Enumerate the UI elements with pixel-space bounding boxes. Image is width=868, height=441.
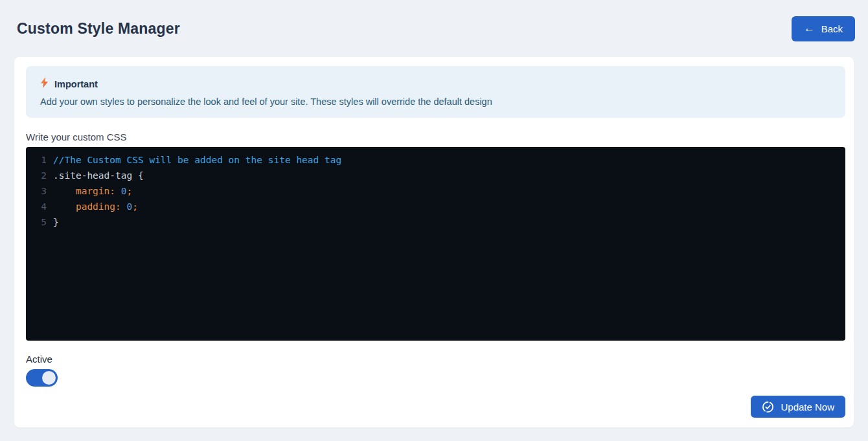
- code-line: 3 margin: 0;: [34, 183, 845, 199]
- lightning-bolt-icon: [40, 77, 49, 91]
- arrow-left-icon: ←: [804, 23, 815, 34]
- line-number: 5: [34, 214, 47, 230]
- toggle-knob: [42, 371, 56, 385]
- page-header: Custom Style Manager ← Back: [0, 0, 868, 57]
- line-number: 3: [34, 183, 47, 199]
- important-notice: Important Add your own styles to persona…: [26, 66, 845, 118]
- card-footer: Update Now: [26, 396, 845, 418]
- back-button-label: Back: [821, 23, 843, 34]
- active-toggle[interactable]: [26, 369, 58, 387]
- sync-check-icon: [762, 401, 774, 413]
- notice-title: Important: [54, 79, 98, 89]
- line-number: 2: [34, 168, 47, 183]
- line-number: 1: [34, 152, 47, 168]
- code-text: }: [53, 214, 59, 230]
- code-text: //The Custom CSS will be added on the si…: [53, 152, 341, 168]
- code-line: 2.site-head-tag {: [34, 168, 845, 183]
- code-line: 1//The Custom CSS will be added on the s…: [34, 152, 845, 168]
- custom-style-card: Important Add your own styles to persona…: [14, 57, 854, 427]
- notice-body: Add your own styles to personalize the l…: [40, 96, 830, 107]
- code-text: padding: 0;: [53, 199, 138, 214]
- code-line: 5}: [34, 214, 845, 230]
- code-text: .site-head-tag {: [53, 168, 144, 183]
- code-line: 4 padding: 0;: [34, 199, 845, 214]
- update-now-label: Update Now: [781, 401, 834, 413]
- active-toggle-label: Active: [26, 354, 845, 365]
- line-number: 4: [34, 199, 47, 214]
- code-editor-lines: 1//The Custom CSS will be added on the s…: [34, 152, 845, 230]
- back-button[interactable]: ← Back: [792, 16, 855, 41]
- css-code-editor[interactable]: 1//The Custom CSS will be added on the s…: [26, 147, 845, 341]
- page-title: Custom Style Manager: [17, 20, 180, 38]
- css-editor-label: Write your custom CSS: [26, 131, 845, 142]
- update-now-button[interactable]: Update Now: [751, 396, 845, 418]
- code-text: margin: 0;: [53, 183, 132, 199]
